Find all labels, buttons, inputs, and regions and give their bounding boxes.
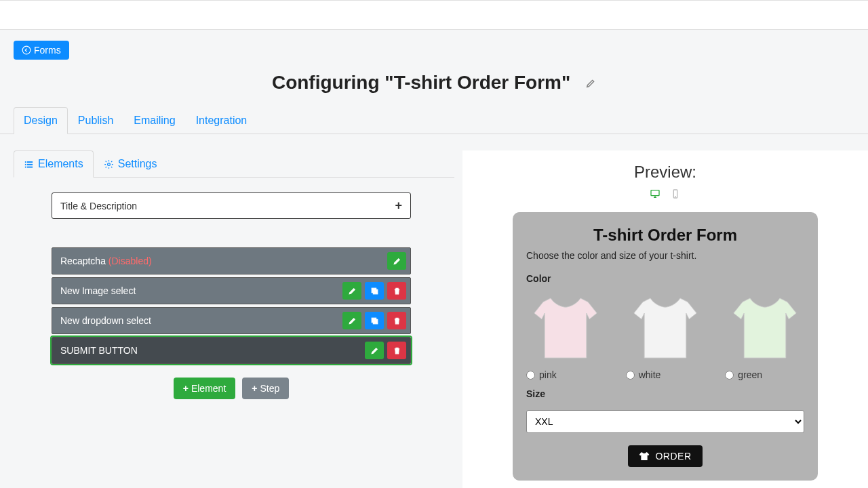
edit-element-button[interactable] [342, 282, 361, 300]
subtab-settings[interactable]: Settings [94, 150, 167, 178]
color-option-green: green [725, 291, 804, 380]
pencil-icon [348, 287, 357, 296]
svg-rect-9 [372, 288, 376, 293]
trash-icon [393, 346, 401, 355]
svg-point-7 [107, 163, 110, 165]
main-tabs: Design Publish Emailing Integration [0, 107, 868, 134]
edit-element-button[interactable] [387, 252, 406, 270]
tshirt-image-white [628, 291, 703, 365]
element-recaptcha[interactable]: Recaptcha (Disabled) [52, 247, 411, 274]
element-label: New Image select [60, 285, 342, 296]
trash-icon [393, 317, 401, 325]
title-description-label: Title & Description [60, 201, 137, 211]
tab-emailing[interactable]: Emailing [123, 107, 185, 134]
designer-sub-tabs: Elements Settings [14, 150, 454, 178]
rename-form-button[interactable] [585, 72, 596, 94]
element-label: Recaptcha [60, 256, 106, 266]
duplicate-element-button[interactable] [365, 312, 384, 329]
plus-icon: + [252, 383, 257, 394]
element-submit-button[interactable]: SUBMIT BUTTON [52, 337, 411, 364]
size-field-label: Size [526, 388, 804, 399]
color-option-white: white [626, 291, 705, 380]
delete-element-button[interactable] [387, 282, 406, 300]
tshirt-image-green [728, 291, 802, 365]
app-topbar [0, 0, 868, 30]
element-dropdown-select[interactable]: New dropdown select [52, 307, 411, 334]
order-button[interactable]: ORDER [628, 445, 702, 467]
title-description-toggle[interactable]: Title & Description + [52, 192, 411, 219]
add-step-button[interactable]: + Step [242, 378, 289, 399]
preview-desktop-toggle[interactable] [648, 188, 662, 201]
svg-rect-1 [25, 161, 26, 163]
preview-heading: Preview: [462, 163, 868, 182]
plus-icon: + [183, 383, 189, 394]
color-radio-white[interactable]: white [626, 369, 705, 380]
delete-element-button[interactable] [387, 342, 406, 359]
subtab-elements[interactable]: Elements [14, 150, 94, 178]
desktop-icon [648, 188, 662, 199]
color-options: pink white [526, 291, 804, 380]
form-title: T-shirt Order Form [526, 226, 804, 245]
preview-panel: Preview: T-shirt Order Form Choose the c… [462, 150, 868, 488]
tshirt-image-pink [528, 291, 603, 365]
plus-icon: + [395, 199, 402, 213]
svg-rect-3 [25, 163, 26, 165]
color-field-label: Color [526, 273, 804, 284]
svg-rect-6 [27, 166, 33, 167]
pencil-icon [393, 257, 401, 266]
color-radio-green[interactable]: green [725, 369, 804, 380]
duplicate-element-button[interactable] [365, 282, 384, 300]
edit-element-button[interactable] [342, 312, 361, 329]
svg-rect-4 [27, 163, 33, 165]
list-icon [24, 159, 34, 169]
preview-canvas: T-shirt Order Form Choose the color and … [513, 212, 818, 481]
svg-rect-11 [372, 318, 376, 323]
copy-icon [370, 287, 379, 296]
delete-element-button[interactable] [387, 312, 406, 329]
size-select[interactable]: XXL [526, 410, 804, 433]
pencil-icon [585, 78, 596, 89]
pencil-icon [370, 346, 379, 355]
pencil-icon [348, 317, 357, 325]
add-element-button[interactable]: + Element [174, 378, 236, 399]
disabled-tag: (Disabled) [108, 256, 152, 266]
page-title: Configuring "T-shirt Order Form" [0, 72, 868, 94]
preview-mobile-toggle[interactable] [669, 188, 682, 201]
back-to-forms-button[interactable]: Forms [14, 41, 69, 60]
copy-icon [370, 317, 379, 325]
edit-element-button[interactable] [365, 342, 384, 359]
svg-point-14 [675, 197, 676, 197]
trash-icon [393, 287, 401, 296]
form-description: Choose the color and size of your t-shir… [526, 250, 804, 261]
svg-rect-5 [25, 166, 26, 167]
gear-icon [104, 159, 114, 169]
element-list: Recaptcha (Disabled) New Image select [52, 247, 411, 364]
forms-button-label: Forms [34, 45, 61, 56]
element-label: SUBMIT BUTTON [60, 345, 365, 356]
tab-publish[interactable]: Publish [68, 107, 123, 134]
tshirt-icon [639, 451, 650, 462]
element-image-select[interactable]: New Image select [52, 277, 411, 304]
svg-rect-12 [651, 190, 659, 196]
color-radio-pink[interactable]: pink [526, 369, 606, 380]
tab-integration[interactable]: Integration [186, 107, 258, 134]
color-option-pink: pink [526, 291, 606, 380]
svg-rect-2 [27, 161, 33, 163]
mobile-icon [669, 188, 682, 199]
tab-design[interactable]: Design [14, 107, 68, 134]
svg-point-0 [22, 46, 31, 54]
back-arrow-circle-icon [22, 45, 31, 55]
element-label: New dropdown select [60, 315, 342, 326]
